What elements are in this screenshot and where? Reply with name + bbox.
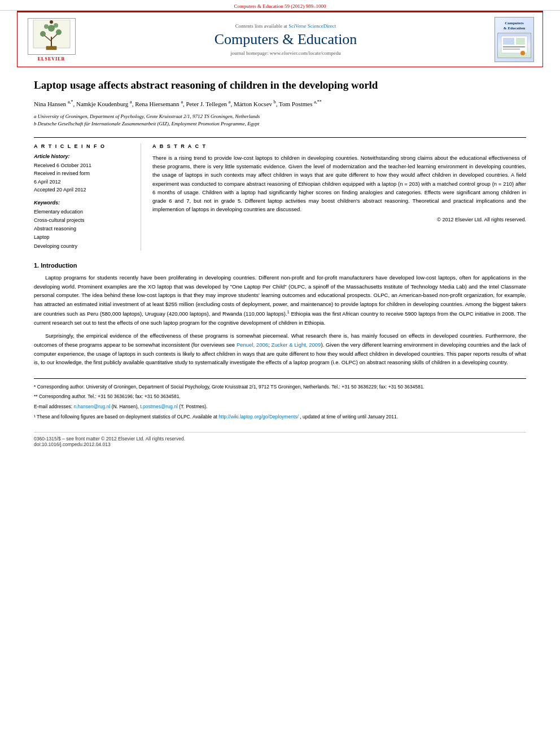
journal-top-bar: Computers & Education 59 (2012) 989–1000 xyxy=(0,0,560,11)
elsevier-label: ELSEVIER xyxy=(38,56,65,62)
page-wrapper: Computers & Education 59 (2012) 989–1000 xyxy=(0,0,560,458)
issn-line: 0360-1315/$ – see front matter © 2012 El… xyxy=(34,436,526,442)
fn-star-text: * Corresponding author. University of Gr… xyxy=(34,384,425,390)
journal-cover-thumbnail: Computers& Education xyxy=(495,17,534,62)
keywords-label: Keywords: xyxy=(34,200,132,206)
keyword-1: Elementary education xyxy=(34,208,132,216)
journal-issue-ref: Computers & Education 59 (2012) 989–1000 xyxy=(234,3,326,9)
email-1-link[interactable]: n.hansen@rug.nl xyxy=(73,404,110,409)
fn1-text: ¹ These and following figures are based … xyxy=(34,414,218,420)
svg-point-8 xyxy=(44,24,49,29)
sciverse-link[interactable]: SciVerse ScienceDirect xyxy=(288,23,336,29)
sciverse-line: Contents lists available at SciVerse Sci… xyxy=(80,23,492,29)
keyword-2: Cross-cultural projects xyxy=(34,216,132,225)
doi-line: doi:10.1016/j.compedu.2012.04.013 xyxy=(34,442,526,447)
thumb-image xyxy=(497,33,531,58)
authors-text: Nina Hansen a,*, Namkje Koudenburg a, Re… xyxy=(34,101,322,107)
svg-rect-11 xyxy=(46,46,56,50)
history-label: Article history: xyxy=(34,154,132,159)
bottom-bar: 0360-1315/$ – see front matter © 2012 El… xyxy=(34,432,526,447)
journal-title-area: Contents lists available at SciVerse Sci… xyxy=(80,23,492,56)
keyword-3: Abstract reasoning xyxy=(34,225,132,233)
svg-rect-16 xyxy=(503,49,520,50)
footnote-email: E-mail addresses: n.hansen@rug.nl (N. Ha… xyxy=(34,403,526,411)
fn1-suffix: , updated at time of writing until Janua… xyxy=(300,414,398,420)
article-info-abstract-section: A R T I C L E I N F O Article history: R… xyxy=(34,137,526,251)
footnote-star-star: ** Corresponding author. Tel.: +31 50 36… xyxy=(34,393,526,401)
abstract-text: There is a rising trend to provide low-c… xyxy=(152,154,526,213)
svg-rect-13 xyxy=(503,38,514,45)
svg-point-5 xyxy=(40,31,46,37)
email-1-person: N. Hansen xyxy=(113,404,136,409)
affiliations: a University of Groningen, Department of… xyxy=(34,113,526,128)
elsevier-tree-svg xyxy=(30,20,73,53)
journal-name: Computers & Education xyxy=(80,31,492,48)
ref-penuel[interactable]: Penuel, 2006 xyxy=(237,342,268,348)
thumb-svg xyxy=(500,35,528,56)
history-received: Received 6 October 2011 xyxy=(34,161,132,169)
thumb-title: Computers& Education xyxy=(504,21,525,31)
svg-rect-15 xyxy=(503,46,525,47)
abstract-paragraph: There is a rising trend to provide low-c… xyxy=(152,154,526,213)
history-revised-date: 6 April 2012 xyxy=(34,178,132,186)
footnotes-area: * Corresponding author. University of Gr… xyxy=(34,378,526,421)
email-2-close: ). xyxy=(204,404,207,409)
svg-rect-14 xyxy=(516,38,525,45)
authors-line: Nina Hansen a,*, Namkje Koudenburg a, Re… xyxy=(34,99,526,110)
intro-body: Laptop programs for students recently ha… xyxy=(34,273,526,367)
fn-star-star-text: ** Corresponding author. Tel.: +31 50 36… xyxy=(34,394,181,399)
elsevier-logo-image xyxy=(28,18,76,55)
svg-point-17 xyxy=(520,51,525,55)
journal-thumbnail: Computers& Education xyxy=(492,17,537,62)
svg-point-9 xyxy=(54,23,58,28)
intro-para-1: Laptop programs for students recently ha… xyxy=(34,273,526,327)
affiliation-a: a University of Groningen, Department of… xyxy=(34,113,526,121)
intro-section: 1. Introduction Laptop programs for stud… xyxy=(34,262,526,367)
history-accepted: Accepted 20 April 2012 xyxy=(34,186,132,194)
sciverse-prefix: Contents lists available at xyxy=(235,23,288,29)
abstract-copyright: © 2012 Elsevier Ltd. All rights reserved… xyxy=(152,217,526,222)
journal-homepage: journal homepage: www.elsevier.com/locat… xyxy=(80,50,492,56)
article-info-label: A R T I C L E I N F O xyxy=(34,143,132,149)
article-info-col: A R T I C L E I N F O Article history: R… xyxy=(34,143,141,251)
email-label: E-mail addresses: xyxy=(34,404,72,409)
footnote-1: ¹ These and following figures are based … xyxy=(34,413,526,421)
affiliation-b: b Deutsche Gesellschaft für Internationa… xyxy=(34,120,526,128)
email-2-person: T. Postmes xyxy=(181,404,204,409)
fn1-link[interactable]: http://wiki.laptop.org/go/Deployments/ xyxy=(218,414,299,420)
abstract-col: A B S T R A C T There is a rising trend … xyxy=(152,143,526,251)
intro-para-2: Surprisingly, the empirical evidence of … xyxy=(34,331,526,367)
elsevier-logo-area: ELSEVIER xyxy=(23,18,80,62)
abstract-label: A B S T R A C T xyxy=(152,143,526,149)
history-revised-label: Received in revised form xyxy=(34,169,132,177)
article-title: Laptop usage affects abstract reasoning … xyxy=(34,78,526,93)
svg-point-10 xyxy=(50,20,53,24)
article-content: Laptop usage affects abstract reasoning … xyxy=(0,67,560,458)
keyword-4: Laptop xyxy=(34,233,132,242)
email-2-link[interactable]: t.postmes@rug.nl xyxy=(140,404,178,409)
ref-zucker[interactable]: Zucker & Light, 2009 xyxy=(271,342,321,348)
svg-point-6 xyxy=(56,29,62,35)
journal-header: ELSEVIER Contents lists available at Sci… xyxy=(17,11,543,67)
keyword-5: Developing country xyxy=(34,242,132,251)
intro-heading: 1. Introduction xyxy=(34,262,526,269)
footnote-star: * Corresponding author. University of Gr… xyxy=(34,383,526,391)
